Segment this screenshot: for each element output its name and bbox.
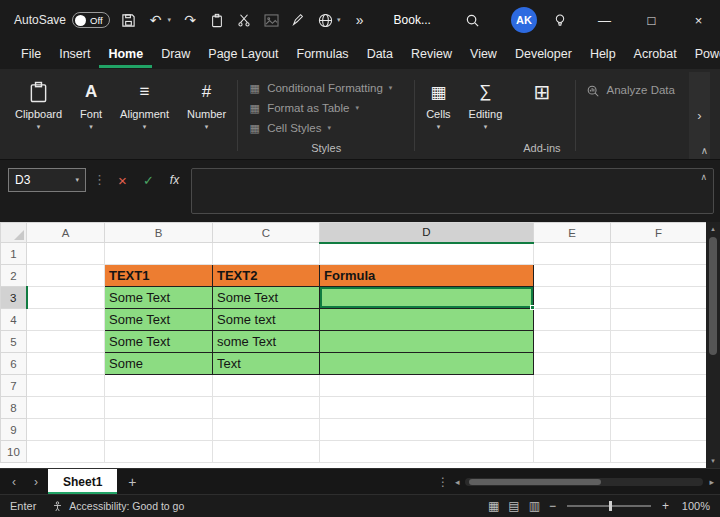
cell-D2[interactable]: Formula (320, 265, 534, 287)
cell-A4[interactable] (27, 309, 105, 331)
scroll-up-icon[interactable]: ▴ (711, 224, 715, 234)
row-header-10[interactable]: 10 (1, 441, 27, 463)
cell-D9[interactable] (320, 419, 534, 441)
cell-B6[interactable]: Some (105, 353, 213, 375)
cell-B9[interactable] (105, 419, 213, 441)
ribbon-group-cells[interactable]: ▦ Cells ▾ (417, 72, 459, 159)
fill-handle[interactable] (530, 305, 535, 310)
cell-D7[interactable] (320, 375, 534, 397)
maximize-button[interactable]: □ (630, 0, 673, 40)
search-icon[interactable] (465, 13, 481, 28)
styles-group-label[interactable]: Styles (248, 142, 404, 157)
cell-B10[interactable] (105, 441, 213, 463)
menu-item-developer[interactable]: Developer (506, 41, 581, 68)
cell-D4[interactable] (320, 309, 534, 331)
cell-A7[interactable] (27, 375, 105, 397)
paste-icon[interactable] (209, 13, 225, 28)
formula-bar-drag-handle[interactable]: ⋮ (93, 168, 106, 192)
column-header-C[interactable]: C (213, 223, 320, 243)
zoom-out-icon[interactable]: − (549, 499, 556, 513)
new-sheet-button[interactable]: + (119, 474, 145, 490)
analyze-data-button[interactable]: Analyze Data (578, 72, 683, 159)
zoom-slider[interactable] (567, 505, 651, 507)
zoom-level[interactable]: 100% (678, 500, 710, 512)
lightbulb-icon[interactable] (541, 0, 579, 40)
cell-A2[interactable] (27, 265, 105, 287)
menu-item-draw[interactable]: Draw (152, 41, 199, 68)
menu-item-acrobat[interactable]: Acrobat (625, 41, 686, 68)
cell-A8[interactable] (27, 397, 105, 419)
horizontal-scrollbar-thumb[interactable] (469, 479, 601, 485)
cell-C5[interactable]: some Text (213, 331, 320, 353)
ribbon-group-number[interactable]: # Number ▾ (178, 72, 235, 159)
zoom-in-icon[interactable]: + (662, 499, 669, 513)
cell-C8[interactable] (213, 397, 320, 419)
name-box[interactable]: D3 ▾ (8, 168, 86, 192)
cell-F8[interactable] (611, 397, 707, 419)
menu-item-data[interactable]: Data (358, 41, 402, 68)
hscroll-right-icon[interactable]: ▸ (709, 477, 714, 487)
globe-dropdown-icon[interactable]: ▾ (337, 16, 341, 24)
row-header-1[interactable]: 1 (1, 243, 27, 265)
cut-icon[interactable] (236, 13, 252, 27)
row-header-3[interactable]: 3 (1, 287, 27, 309)
row-header-6[interactable]: 6 (1, 353, 27, 375)
cell-B7[interactable] (105, 375, 213, 397)
pen-icon[interactable] (290, 13, 306, 27)
row-header-5[interactable]: 5 (1, 331, 27, 353)
cell-F3[interactable] (611, 287, 707, 309)
cell-D5[interactable] (320, 331, 534, 353)
cell-C3[interactable]: Some Text (213, 287, 320, 309)
row-header-8[interactable]: 8 (1, 397, 27, 419)
cell-B3[interactable]: Some Text (105, 287, 213, 309)
cell-E10[interactable] (534, 441, 611, 463)
cell-D8[interactable] (320, 397, 534, 419)
cell-E5[interactable] (534, 331, 611, 353)
cell-F2[interactable] (611, 265, 707, 287)
cell-A10[interactable] (27, 441, 105, 463)
column-header-E[interactable]: E (534, 223, 611, 243)
menu-item-file[interactable]: File (12, 41, 50, 68)
cell-D10[interactable] (320, 441, 534, 463)
cell-B2[interactable]: TEXT1 (105, 265, 213, 287)
cell-E6[interactable] (534, 353, 611, 375)
toolbar-overflow-icon[interactable]: » (352, 12, 368, 28)
account-avatar[interactable]: AK (511, 7, 537, 33)
cell-F9[interactable] (611, 419, 707, 441)
globe-icon[interactable] (317, 13, 333, 28)
cell-styles-button[interactable]: ▦Cell Styles▾ (248, 118, 404, 138)
zoom-slider-thumb[interactable] (609, 501, 612, 511)
ribbon-group-editing[interactable]: ∑ Editing ▾ (460, 72, 512, 159)
cell-B5[interactable]: Some Text (105, 331, 213, 353)
cell-C7[interactable] (213, 375, 320, 397)
column-header-F[interactable]: F (611, 223, 707, 243)
scroll-down-icon[interactable]: ▾ (711, 456, 715, 466)
picture-icon[interactable] (263, 14, 279, 27)
cancel-icon[interactable]: × (113, 168, 132, 192)
cell-D1[interactable] (320, 243, 534, 265)
cell-A6[interactable] (27, 353, 105, 375)
menu-item-formulas[interactable]: Formulas (288, 41, 358, 68)
cell-C10[interactable] (213, 441, 320, 463)
column-header-D[interactable]: D (320, 223, 534, 243)
cell-F6[interactable] (611, 353, 707, 375)
redo-icon[interactable]: ↷ (182, 12, 198, 28)
cell-C2[interactable]: TEXT2 (213, 265, 320, 287)
previous-sheet-icon[interactable]: ‹ (4, 475, 24, 489)
format-as-table-button[interactable]: ▦Format as Table▾ (248, 98, 404, 118)
conditional-formatting-button[interactable]: ▦Conditional Formatting▾ (248, 78, 404, 98)
next-sheet-icon[interactable]: › (26, 475, 46, 489)
cell-F5[interactable] (611, 331, 707, 353)
autosave-toggle[interactable]: AutoSave Off (14, 12, 110, 28)
normal-view-icon[interactable]: ▦ (488, 499, 499, 513)
ribbon-group-alignment[interactable]: ≡ Alignment ▾ (111, 72, 178, 159)
menu-item-review[interactable]: Review (402, 41, 461, 68)
cell-C6[interactable]: Text (213, 353, 320, 375)
cell-A9[interactable] (27, 419, 105, 441)
cell-B8[interactable] (105, 397, 213, 419)
formula-bar-collapse-icon[interactable]: ∧ (700, 172, 707, 182)
cell-E2[interactable] (534, 265, 611, 287)
undo-icon[interactable]: ↶ (148, 12, 164, 28)
formula-input[interactable]: ∧ (191, 168, 714, 214)
cell-B1[interactable] (105, 243, 213, 265)
